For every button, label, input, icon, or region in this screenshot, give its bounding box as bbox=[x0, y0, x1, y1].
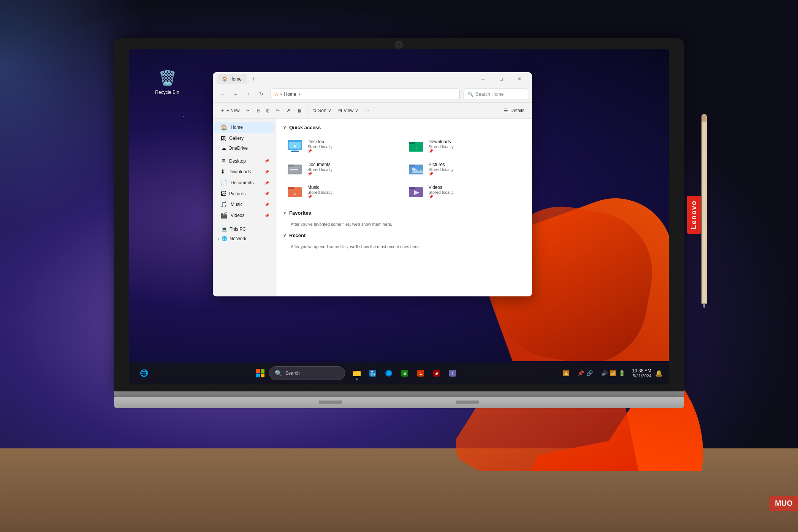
sidebar-music-label: Music bbox=[231, 202, 242, 207]
sidebar-item-videos[interactable]: 🎬 Videos 📌 bbox=[214, 210, 274, 221]
music-sidebar-icon: 🎵 bbox=[220, 201, 228, 208]
recent-header[interactable]: ∨ Recent bbox=[283, 233, 524, 238]
qa-pictures[interactable]: Pictures Stored locally 📌 bbox=[404, 158, 525, 180]
sidebar-downloads-label: Downloads bbox=[228, 169, 251, 174]
qa-music-pin: 📌 bbox=[307, 195, 400, 199]
qa-downloads-icon: ↓ bbox=[408, 138, 424, 154]
svg-rect-29 bbox=[353, 372, 361, 376]
taskbar-xbox[interactable]: ⊕ bbox=[397, 366, 412, 380]
home-tab-icon: 🏠 bbox=[222, 76, 227, 82]
qa-videos[interactable]: Videos Stored locally 📌 bbox=[404, 180, 525, 203]
notification-bell[interactable]: 🔔 bbox=[655, 370, 663, 377]
sidebar-item-desktop[interactable]: 🖥 Desktop 📌 bbox=[214, 156, 274, 166]
sidebar-item-gallery[interactable]: 🖼 Gallery bbox=[214, 133, 274, 143]
paste-icon: ⎗ bbox=[266, 108, 269, 113]
explorer-body: 🏠 Home 🖼 Gallery › ☁ OneDrive bbox=[213, 119, 532, 296]
view-button[interactable]: ⊞ View ∨ bbox=[335, 106, 361, 115]
sidebar-item-network[interactable]: › 🌐 Network bbox=[214, 234, 274, 243]
new-button[interactable]: ＋ + New bbox=[217, 105, 242, 116]
qa-desktop-icon: 🖥 bbox=[287, 138, 303, 154]
home-sidebar-icon: 🏠 bbox=[220, 124, 228, 131]
qa-documents-info: Documents Stored locally 📌 bbox=[307, 162, 400, 176]
recycle-bin-image: 🗑️ bbox=[157, 68, 177, 88]
qa-documents-pin: 📌 bbox=[307, 172, 400, 176]
camera bbox=[395, 41, 403, 49]
favorites-header[interactable]: ∨ Favorites bbox=[283, 210, 524, 216]
qa-downloads-sub: Stored locally bbox=[429, 144, 521, 149]
taskbar-red-app[interactable]: L bbox=[413, 366, 428, 380]
share-button[interactable]: ↗ bbox=[283, 106, 293, 115]
maximize-button[interactable]: □ bbox=[492, 73, 510, 85]
documents-sidebar-icon: 📄 bbox=[220, 179, 228, 186]
screen-bezel: Lenovo 🗑️ Recycle Bin 🏠 Hom bbox=[114, 38, 684, 391]
wifi-icon: 📶 bbox=[610, 370, 616, 376]
command-bar: ＋ + New ✂ ⎘ ⎗ ✏ ↗ bbox=[213, 103, 532, 119]
sidebar-item-home[interactable]: 🏠 Home bbox=[214, 122, 274, 133]
copy-button[interactable]: ⎘ bbox=[254, 106, 263, 115]
qa-documents-sub: Stored locally bbox=[307, 167, 400, 172]
sidebar-item-downloads[interactable]: ⬇ Downloads 📌 bbox=[214, 166, 274, 177]
tray-pin-icon: 📌 bbox=[578, 370, 584, 376]
svg-rect-22 bbox=[409, 187, 415, 189]
rename-button[interactable]: ✏ bbox=[273, 106, 283, 115]
sort-chevron: ∨ bbox=[328, 108, 331, 113]
sidebar-item-documents[interactable]: 📄 Documents 📌 bbox=[214, 177, 274, 188]
start-button[interactable] bbox=[253, 366, 268, 380]
laptop-body: Lenovo 🗑️ Recycle Bin 🏠 Hom bbox=[114, 38, 684, 408]
close-button[interactable]: ✕ bbox=[511, 73, 528, 85]
taskbar-store[interactable]: 🏪 bbox=[366, 366, 380, 380]
sidebar-item-music[interactable]: 🎵 Music 📌 bbox=[214, 199, 274, 210]
svg-text:🏪: 🏪 bbox=[370, 370, 375, 376]
qa-desktop[interactable]: 🖥 Desktop Stored locally 📌 bbox=[283, 135, 404, 157]
sidebar-this-pc-label: This PC bbox=[230, 226, 246, 232]
qa-music[interactable]: ♪ Music Stored locally 📌 bbox=[283, 180, 404, 203]
system-clock[interactable]: 10:38 AM 5/21/2024 bbox=[630, 368, 653, 378]
sidebar-item-pictures[interactable]: 🖼 Pictures 📌 bbox=[214, 188, 274, 199]
pictures-sidebar-icon: 🖼 bbox=[220, 190, 226, 197]
search-icon: 🔍 bbox=[468, 92, 473, 97]
qa-documents[interactable]: Documents Stored locally 📌 bbox=[283, 158, 404, 180]
gallery-sidebar-icon: 🖼 bbox=[220, 135, 226, 141]
taskbar-edge[interactable] bbox=[382, 366, 396, 380]
sidebar-item-this-pc[interactable]: › 💻 This PC bbox=[214, 225, 274, 234]
browser-icon[interactable]: 🌐 bbox=[137, 366, 151, 380]
sidebar-gallery-label: Gallery bbox=[229, 136, 244, 141]
quick-access-header[interactable]: ∨ Quick access bbox=[283, 125, 524, 130]
search-placeholder: Search Home bbox=[476, 92, 504, 97]
add-tab-button[interactable]: + bbox=[249, 74, 259, 84]
home-tab[interactable]: 🏠 Home bbox=[217, 74, 247, 84]
more-button[interactable]: ··· bbox=[362, 106, 372, 115]
svg-rect-7 bbox=[409, 142, 415, 144]
sort-button[interactable]: ⇅ Sort ∨ bbox=[310, 106, 334, 115]
recycle-bin-icon[interactable]: 🗑️ Recycle Bin bbox=[152, 68, 182, 95]
forward-button[interactable]: → bbox=[230, 89, 241, 100]
sidebar: 🏠 Home 🖼 Gallery › ☁ OneDrive bbox=[213, 119, 276, 296]
paste-button[interactable]: ⎗ bbox=[263, 106, 272, 115]
delete-button[interactable]: 🗑 bbox=[294, 106, 305, 115]
videos-sidebar-icon: 🎬 bbox=[220, 212, 228, 219]
search-box[interactable]: 🔍 Search Home bbox=[464, 89, 528, 100]
cut-button[interactable]: ✂ bbox=[243, 106, 253, 115]
taskbar-teams[interactable]: T bbox=[445, 366, 460, 380]
quick-access-title: Quick access bbox=[289, 125, 321, 130]
qa-downloads[interactable]: ↓ Downloads Stored locally 📌 bbox=[404, 135, 525, 157]
minimize-button[interactable]: — bbox=[474, 73, 492, 85]
recycle-bin-label: Recycle Bin bbox=[155, 90, 179, 95]
up-button[interactable]: ↑ bbox=[242, 89, 254, 100]
address-bar[interactable]: ⌂ › Home › bbox=[271, 89, 460, 100]
view-chevron: ∨ bbox=[355, 108, 358, 113]
details-button[interactable]: ☰ Details bbox=[500, 106, 528, 115]
back-button[interactable]: ← bbox=[217, 89, 228, 100]
taskbar-file-explorer[interactable] bbox=[350, 366, 364, 380]
tray-icons-group[interactable]: 📌 🔗 bbox=[575, 370, 596, 376]
sidebar-network-label: Network bbox=[230, 236, 246, 241]
tray-expand[interactable]: 🔼 bbox=[560, 370, 572, 376]
refresh-button[interactable]: ↻ bbox=[255, 89, 267, 100]
taskbar-center: 🔍 Search 🏪 bbox=[159, 366, 554, 380]
taskbar-search[interactable]: 🔍 Search bbox=[269, 366, 345, 380]
svg-rect-19 bbox=[288, 187, 294, 189]
audio-control[interactable]: 🔊 📶 🔋 bbox=[598, 370, 628, 376]
laptop-screen: 🗑️ Recycle Bin 🏠 Home + — □ ✕ bbox=[129, 49, 669, 384]
taskbar-red2-app[interactable]: ◉ bbox=[429, 366, 444, 380]
sidebar-item-onedrive[interactable]: › ☁ OneDrive bbox=[214, 144, 274, 153]
